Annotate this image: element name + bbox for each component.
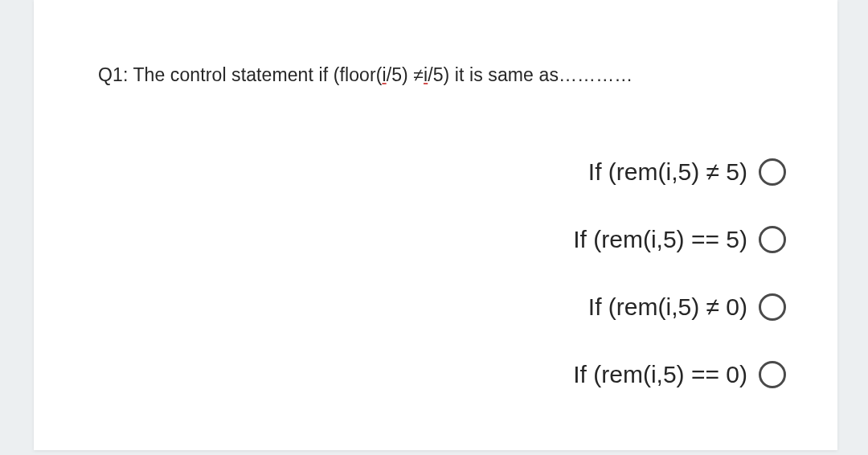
question-prefix: Q1: The control statement if (floor(: [98, 64, 382, 85]
option-row: If (rem(i,5) ≠ 0): [98, 293, 789, 321]
radio-icon[interactable]: [759, 293, 786, 321]
option-label: If (rem(i,5) == 5): [573, 226, 747, 253]
question-card: Q1: The control statement if (floor(i/5)…: [34, 0, 837, 450]
radio-icon[interactable]: [759, 361, 786, 388]
radio-icon[interactable]: [759, 226, 786, 253]
question-mid1: /5) ≠: [387, 64, 424, 85]
options-list: If (rem(i,5) ≠ 5) If (rem(i,5) == 5) If …: [98, 158, 789, 388]
option-row: If (rem(i,5) == 5): [98, 226, 789, 253]
option-row: If (rem(i,5) ≠ 5): [98, 158, 789, 186]
option-label: If (rem(i,5) ≠ 5): [588, 158, 747, 186]
option-label: If (rem(i,5) ≠ 0): [588, 293, 747, 321]
question-text: Q1: The control statement if (floor(i/5)…: [98, 64, 789, 86]
radio-icon[interactable]: [759, 158, 786, 186]
option-label: If (rem(i,5) == 0): [573, 361, 747, 388]
question-end: /5) it is same as…………: [428, 64, 633, 85]
option-row: If (rem(i,5) == 0): [98, 361, 789, 388]
